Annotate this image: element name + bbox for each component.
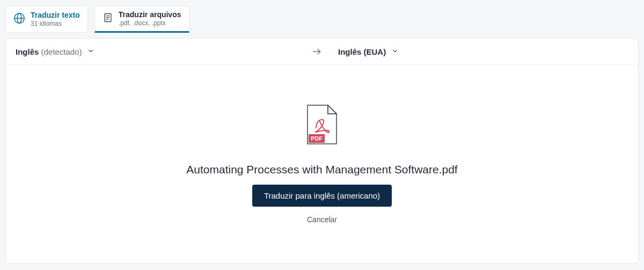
translate-button[interactable]: Traduzir para inglês (americano): [252, 185, 392, 207]
tab-text-subtitle: 31 idiomas: [31, 20, 80, 27]
target-language-selector[interactable]: Inglês (EUA): [327, 47, 628, 56]
chevron-down-icon: [85, 47, 94, 56]
tab-text-title: Traduzir texto: [31, 11, 80, 20]
chevron-down-icon: [389, 47, 399, 56]
target-language-label: Inglês (EUA): [338, 47, 386, 56]
tab-bar: Traduzir texto 31 idiomas Traduzir arqui…: [0, 0, 644, 33]
cancel-button[interactable]: Cancelar: [307, 215, 337, 224]
tab-translate-files[interactable]: Traduzir arquivos .pdf, .docx, .pptx: [94, 5, 189, 33]
file-name: Automating Processes with Management Sof…: [186, 163, 457, 176]
tab-files-subtitle: .pdf, .docx, .pptx: [119, 19, 181, 27]
document-icon: [103, 12, 113, 25]
translate-panel: Inglês (detectado) Inglês (EUA): [5, 38, 639, 264]
svg-text:PDF: PDF: [311, 135, 323, 142]
language-bar: Inglês (detectado) Inglês (EUA): [6, 39, 638, 65]
swap-arrow: [306, 46, 327, 57]
source-language-detected: (detectado): [39, 47, 82, 56]
tab-translate-text[interactable]: Traduzir texto 31 idiomas: [5, 5, 88, 33]
pdf-file-icon: PDF: [305, 104, 339, 148]
globe-icon: [13, 12, 25, 26]
tab-files-title: Traduzir arquivos: [119, 10, 181, 19]
source-language-label: Inglês: [16, 47, 39, 56]
source-language-selector[interactable]: Inglês (detectado): [16, 47, 306, 56]
file-content-area: PDF Automating Processes with Management…: [6, 65, 638, 263]
